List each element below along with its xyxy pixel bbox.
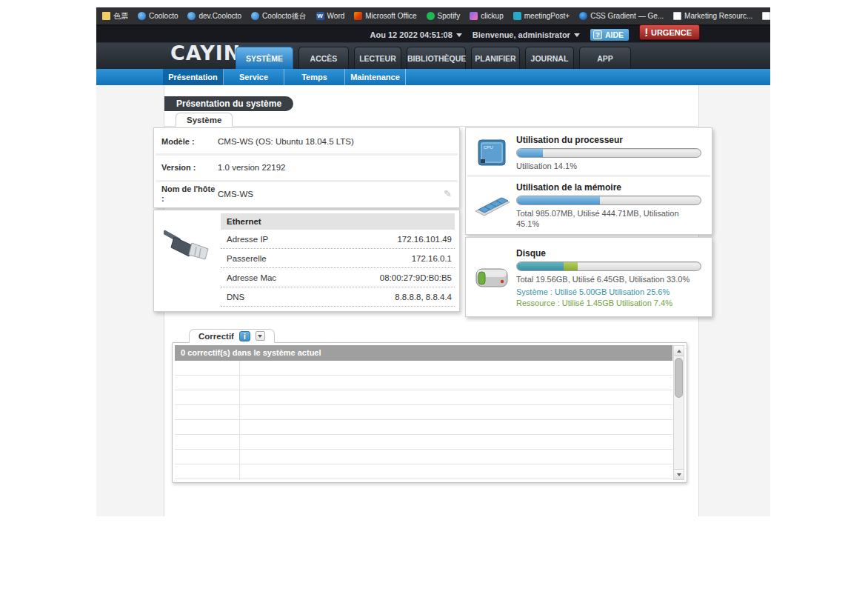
correctif-table-panel: 0 correctif(s) dans le système actuel — [172, 342, 687, 483]
office-icon — [354, 12, 362, 20]
bookmark-word[interactable]: WWord — [316, 12, 345, 20]
disk-resource-line: Ressource : Utilisé 1.45GB Utilisation 7… — [516, 299, 701, 307]
disk-total-line: Total 19.56GB, Utilisé 6.45GB, Utilisati… — [516, 274, 701, 284]
disk-title: Disque — [516, 248, 701, 259]
bookmark-label: Spotify — [438, 12, 461, 20]
bookmark-meetingpost[interactable]: meetingPost+ — [513, 12, 570, 20]
aide-label: AIDE — [605, 30, 624, 39]
disk-panel: Disque Total 19.56GB, Utilisé 6.45GB, Ut… — [465, 237, 712, 317]
table-row — [175, 420, 672, 435]
gateway-row: Passerelle 172.16.0.1 — [221, 249, 455, 268]
bookmark-label: Coolocto後台 — [262, 11, 306, 21]
aide-button[interactable]: ? AIDE — [590, 29, 629, 41]
disk-body: Disque Total 19.56GB, Utilisé 6.45GB, Ut… — [516, 247, 710, 307]
bookmark-google-play[interactable]: Google Play 徽章 - — [762, 11, 770, 21]
ethernet-header: Ethernet — [221, 213, 455, 230]
tab-systeme-section[interactable]: Système — [176, 113, 233, 127]
info-badge-icon[interactable]: i — [239, 331, 250, 341]
bookmark-coolocto[interactable]: Coolocto — [138, 12, 178, 20]
table-scrollbar[interactable] — [673, 345, 684, 480]
tab-correctif[interactable]: Correctif i — [189, 329, 275, 343]
bookmark-dev-coolocto[interactable]: dev.Coolocto — [187, 12, 241, 20]
subnav-presentation[interactable]: Présentation — [163, 69, 224, 85]
tab-journal[interactable]: JOURNAL — [525, 47, 574, 69]
scroll-up-button[interactable] — [674, 346, 684, 356]
edit-pencil-icon[interactable]: ✎ — [444, 188, 452, 199]
subnav-maintenance[interactable]: Maintenance — [345, 69, 406, 85]
table-row — [175, 450, 672, 464]
version-value: 1.0 version 22192 — [218, 163, 285, 172]
swatch-icon — [102, 12, 110, 20]
system-info-panel: Modèle : CMS-WS (OS: Ubuntu 18.04.5 LTS)… — [153, 127, 460, 208]
welcome-text: Bienvenue, administrator — [473, 30, 570, 39]
tab-app[interactable]: APP — [579, 47, 631, 69]
correctif-table-rows — [175, 361, 672, 480]
coolocto-icon — [138, 12, 146, 20]
bookmark-swatch[interactable]: 色票 — [102, 11, 128, 21]
mac-label: Adresse Mac — [227, 273, 276, 282]
disk-system-fill — [517, 262, 564, 270]
bookmark-marketing[interactable]: Marketing Resourc... — [673, 12, 752, 20]
bookmark-label: dev.Coolocto — [198, 12, 241, 20]
page-icon — [762, 12, 770, 20]
urgence-label: URGENCE — [651, 28, 692, 37]
column-divider — [239, 361, 240, 480]
datetime-dropdown[interactable]: Aou 12 2022 04:51:08 — [370, 30, 462, 39]
tab-bibliotheque[interactable]: BIBLIOTHÈQUE — [407, 47, 466, 69]
page-title: Présentation du système — [164, 96, 293, 111]
browser-bookmarks-bar: 色票 Coolocto dev.Coolocto Coolocto後台 WWor… — [96, 7, 770, 26]
word-icon: W — [316, 12, 324, 20]
bookmark-label: Microsoft Office — [365, 12, 416, 20]
header-right-cluster: Aou 12 2022 04:51:08 Bienvenue, administ… — [370, 28, 700, 41]
svg-text:CPU: CPU — [484, 145, 493, 150]
tab-lecteur[interactable]: LECTEUR — [354, 47, 401, 69]
chevron-down-icon — [456, 33, 462, 37]
correctif-table-header: 0 correctif(s) dans le système actuel — [175, 345, 672, 361]
model-value: CMS-WS (OS: Ubuntu 18.04.5 LTS) — [218, 137, 354, 146]
datetime-text: Aou 12 2022 04:51:08 — [370, 30, 453, 39]
chevron-down-icon — [574, 33, 580, 37]
network-panel: Ethernet Adresse IP 172.16.101.49 Passer… — [153, 210, 460, 312]
disk-system-line: Système : Utilisé 5.00GB Utilisation 25.… — [516, 287, 701, 296]
bookmark-clickup[interactable]: clickup — [470, 12, 504, 20]
exclamation-icon: ! — [644, 27, 649, 38]
scroll-down-button[interactable] — [674, 469, 684, 479]
bookmark-office[interactable]: Microsoft Office — [354, 12, 416, 20]
disk-section: Disque Total 19.56GB, Utilisé 6.45GB, Ut… — [467, 239, 710, 315]
table-row — [175, 435, 672, 450]
app-header: Aou 12 2022 04:51:08 Bienvenue, administ… — [96, 26, 770, 69]
gateway-label: Passerelle — [227, 254, 267, 263]
table-row — [175, 376, 672, 390]
browser-window: 色票 Coolocto dev.Coolocto Coolocto後台 WWor… — [96, 7, 770, 516]
sub-nav-bar: Présentation Service Temps Maintenance — [96, 69, 770, 85]
memory-body: Utilisation de la mémoire Total 985.07MB… — [516, 181, 710, 230]
user-menu[interactable]: Bienvenue, administrator — [473, 30, 580, 39]
tab-planifier[interactable]: PLANIFIER — [471, 47, 520, 69]
meetingpost-icon — [513, 12, 521, 20]
cpu-body: Utilisation du processeur Utilisation 14… — [516, 133, 710, 171]
ethernet-icon — [157, 213, 221, 308]
arrow-up-icon — [677, 350, 681, 353]
urgence-button[interactable]: ! URGENCE — [639, 24, 700, 40]
correctif-dropdown-button[interactable] — [256, 331, 265, 341]
tab-acces[interactable]: ACCÈS — [298, 47, 349, 69]
mac-row: Adresse Mac 08:00:27:9D:B0:B5 — [221, 268, 455, 287]
gateway-value: 172.16.0.1 — [412, 254, 452, 263]
scrollbar-thumb[interactable] — [675, 358, 683, 398]
ip-value: 172.16.101.49 — [397, 235, 452, 244]
subnav-temps[interactable]: Temps — [284, 69, 345, 85]
bookmark-css-gradient[interactable]: CSS Gradient — Ge... — [579, 12, 664, 20]
cayin-logo: CAYIN — [170, 41, 241, 64]
spotify-icon — [427, 12, 435, 20]
cpu-section: CPU Utilisation du processeur Utilisatio… — [467, 130, 710, 177]
bookmark-label: CSS Gradient — Ge... — [590, 12, 664, 20]
bookmark-label: meetingPost+ — [524, 12, 570, 20]
tab-systeme[interactable]: SYSTÈME — [236, 47, 293, 69]
bookmark-coolocto-admin[interactable]: Coolocto後台 — [251, 11, 306, 21]
ip-label: Adresse IP — [227, 235, 268, 244]
subnav-service[interactable]: Service — [224, 69, 284, 85]
cpu-title: Utilisation du processeur — [516, 135, 701, 145]
bookmark-spotify[interactable]: Spotify — [427, 12, 461, 20]
memory-section: Utilisation de la mémoire Total 985.07MB… — [467, 177, 710, 233]
bookmark-label: Word — [327, 12, 345, 20]
